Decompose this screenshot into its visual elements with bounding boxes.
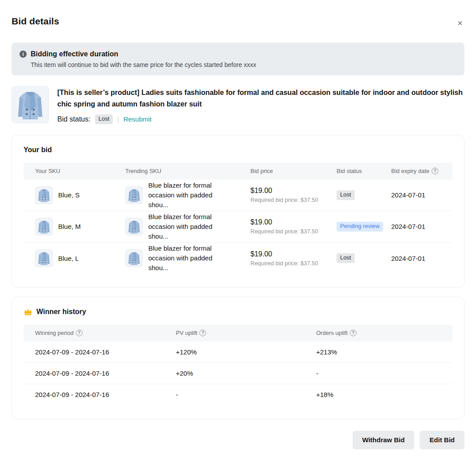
column-winning-period: Winning period ? xyxy=(35,330,176,336)
column-orders-uplift: Orders uplift ? xyxy=(316,330,441,336)
your-bid-title: Your bid xyxy=(24,146,452,154)
column-bid-status: Bid status xyxy=(337,168,391,174)
sku-thumbnail xyxy=(35,218,53,236)
status-badge: Pending review xyxy=(337,222,383,232)
orders-uplift: +213% xyxy=(316,348,441,356)
trending-sku-thumbnail xyxy=(125,186,143,204)
bid-price: $19.00 xyxy=(250,187,337,195)
footer-actions: Withdraw Bid Edit Bid xyxy=(12,431,464,449)
trending-sku-label: Blue blazer for formal occasion with pad… xyxy=(148,212,226,241)
winning-period: 2024-07-09 - 2024-07-16 xyxy=(35,348,176,356)
required-bid-price: Required bid price: $37.50 xyxy=(250,228,337,235)
sku-thumbnail xyxy=(35,186,53,204)
column-bid-price: Bid price xyxy=(250,168,337,174)
your-bid-card: Your bid Your SKU Trending SKU Bid price… xyxy=(12,135,464,288)
product-title: [This is seller’s product] Ladies suits … xyxy=(57,87,464,110)
table-row: 2024-07-09 - 2024-07-16 +120% +213% xyxy=(24,342,452,363)
column-pv-uplift: PV uplift ? xyxy=(176,330,316,336)
orders-uplift: +18% xyxy=(316,391,441,398)
bid-expiry-date: 2024-07-01 xyxy=(391,255,441,262)
product-image xyxy=(12,86,49,123)
bid-expiry-date: 2024-07-01 xyxy=(391,223,441,230)
winner-history-card: Winner history Winning period ? PV uplif… xyxy=(12,297,464,419)
info-banner: i Bidding effective duration This item w… xyxy=(12,43,464,75)
trending-sku-label: Blue blazer for formal occasion with pad… xyxy=(148,244,226,273)
column-bid-expiry-date-label: Bid expiry date xyxy=(391,168,429,174)
trending-sku-thumbnail xyxy=(125,218,143,236)
product-summary: [This is seller’s product] Ladies suits … xyxy=(12,86,464,124)
pv-uplift: +20% xyxy=(176,370,316,377)
required-bid-price: Required bid price: $37.50 xyxy=(250,260,337,267)
help-icon[interactable]: ? xyxy=(432,168,438,174)
info-icon: i xyxy=(20,51,27,58)
trending-sku-label: Blue blazer for formal occasion with pad… xyxy=(148,181,226,210)
orders-uplift: - xyxy=(316,370,441,377)
table-header: Winning period ? PV uplift ? Orders upli… xyxy=(24,325,452,342)
pv-uplift: +120% xyxy=(176,348,316,356)
help-icon[interactable]: ? xyxy=(350,330,357,336)
edit-bid-button[interactable]: Edit Bid xyxy=(420,431,464,449)
banner-title: Bidding effective duration xyxy=(31,50,118,58)
bid-price: $19.00 xyxy=(250,218,337,226)
table-row: Blue, S Blue blazer for formal occasion … xyxy=(24,180,452,211)
resubmit-link[interactable]: Resubmit xyxy=(123,115,151,123)
table-header: Your SKU Trending SKU Bid price Bid stat… xyxy=(24,163,452,180)
winning-period: 2024-07-09 - 2024-07-16 xyxy=(35,391,176,398)
table-row: 2024-07-09 - 2024-07-16 - +18% xyxy=(24,384,452,405)
column-winning-period-label: Winning period xyxy=(35,330,74,336)
bid-expiry-date: 2024-07-01 xyxy=(391,191,441,199)
page-title: Bid details xyxy=(12,16,59,27)
column-trending-sku: Trending SKU xyxy=(125,168,250,174)
pv-uplift: - xyxy=(176,391,316,398)
column-bid-expiry-date: Bid expiry date ? xyxy=(391,168,441,174)
help-icon[interactable]: ? xyxy=(199,330,206,336)
banner-description: This item will continue to bid with the … xyxy=(31,61,456,68)
required-bid-price: Required bid price: $37.50 xyxy=(250,197,337,203)
table-row: Blue, L Blue blazer for formal occasion … xyxy=(24,243,452,274)
your-bid-table: Your SKU Trending SKU Bid price Bid stat… xyxy=(24,163,452,274)
status-badge: Lost xyxy=(337,253,355,263)
close-icon[interactable]: × xyxy=(456,17,464,29)
winner-history-title: Winner history xyxy=(36,308,86,316)
bid-price: $19.00 xyxy=(250,250,337,258)
winner-history-table: Winning period ? PV uplift ? Orders upli… xyxy=(24,325,452,405)
your-sku-label: Blue, S xyxy=(58,191,79,199)
winning-period: 2024-07-09 - 2024-07-16 xyxy=(35,370,176,377)
help-icon[interactable]: ? xyxy=(76,330,83,336)
your-sku-label: Blue, L xyxy=(58,255,79,262)
withdraw-bid-button[interactable]: Withdraw Bid xyxy=(353,431,415,449)
trending-sku-thumbnail xyxy=(125,249,143,267)
table-row: 2024-07-09 - 2024-07-16 +20% - xyxy=(24,363,452,384)
your-sku-label: Blue, M xyxy=(58,223,81,230)
bid-details-page: Bid details × i Bidding effective durati… xyxy=(0,0,476,456)
column-your-sku: Your SKU xyxy=(35,168,125,174)
sku-thumbnail xyxy=(35,249,53,267)
table-row: Blue, M Blue blazer for formal occasion … xyxy=(24,211,452,243)
column-orders-uplift-label: Orders uplift xyxy=(316,330,348,336)
page-header: Bid details × xyxy=(12,16,464,29)
divider: | xyxy=(117,116,119,123)
bid-status-label: Bid status: xyxy=(57,115,91,123)
bid-status-badge: Lost xyxy=(95,114,113,124)
crown-icon xyxy=(24,308,32,316)
status-badge: Lost xyxy=(337,190,355,200)
column-pv-uplift-label: PV uplift xyxy=(176,330,197,336)
